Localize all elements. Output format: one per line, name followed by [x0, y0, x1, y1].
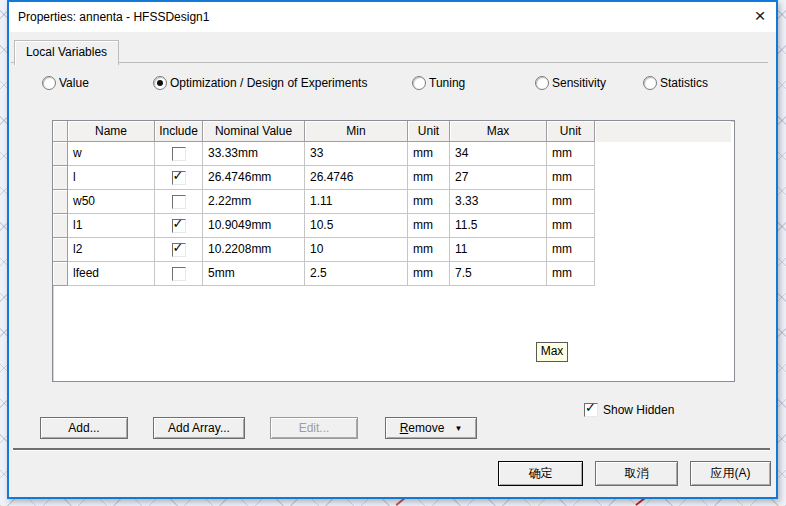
- row-selector[interactable]: [53, 166, 68, 190]
- show-hidden-label: Show Hidden: [603, 402, 674, 418]
- table-header-row: Name Include Nominal Value Min Unit Max …: [53, 121, 734, 142]
- cell-name[interactable]: w: [68, 142, 155, 166]
- cell-max[interactable]: 3.33: [450, 190, 547, 214]
- table-row[interactable]: l ✓ 26.4746mm 26.4746 mm 27 mm: [53, 166, 595, 190]
- radio-label: Statistics: [660, 75, 708, 91]
- apply-button[interactable]: 应用(A): [690, 461, 771, 486]
- cell-min[interactable]: 1.11: [305, 190, 408, 214]
- cell-unit-max[interactable]: mm: [547, 262, 595, 286]
- cell-unit-max[interactable]: mm: [547, 166, 595, 190]
- check-icon: ✓: [585, 401, 596, 415]
- row-selector[interactable]: [53, 142, 68, 166]
- cell-min[interactable]: 2.5: [305, 262, 408, 286]
- cell-unit-min[interactable]: mm: [408, 142, 450, 166]
- row-selector[interactable]: [53, 262, 68, 286]
- cell-unit-min[interactable]: mm: [408, 262, 450, 286]
- remove-label-rest: emove: [408, 421, 444, 435]
- cell-unit-min[interactable]: mm: [408, 166, 450, 190]
- table-body: w 33.33mm 33 mm 34 mm l ✓ 26.4746mm 26.4…: [53, 142, 734, 286]
- radio-label: Value: [59, 75, 89, 91]
- include-checkbox[interactable]: ✓: [172, 219, 186, 233]
- cell-max[interactable]: 27: [450, 166, 547, 190]
- cell-unit-min[interactable]: mm: [408, 238, 450, 262]
- table-row[interactable]: l1 ✓ 10.9049mm 10.5 mm 11.5 mm: [53, 214, 595, 238]
- cell-unit-max[interactable]: mm: [547, 142, 595, 166]
- properties-dialog: Properties: annenta - HFSSDesign1 × Loca…: [7, 0, 778, 499]
- cell-include: ✓: [155, 214, 203, 238]
- row-selector[interactable]: [53, 238, 68, 262]
- cell-nominal-value[interactable]: 5mm: [203, 262, 305, 286]
- include-checkbox[interactable]: [172, 267, 186, 281]
- include-checkbox[interactable]: ✓: [172, 171, 186, 185]
- column-header-unit-min[interactable]: Unit: [408, 121, 450, 142]
- cell-nominal-value[interactable]: 10.2208mm: [203, 238, 305, 262]
- cell-max[interactable]: 11: [450, 238, 547, 262]
- cell-max[interactable]: 11.5: [450, 214, 547, 238]
- close-icon[interactable]: ×: [748, 4, 772, 28]
- cell-name[interactable]: l: [68, 166, 155, 190]
- checkbox-icon[interactable]: ✓: [584, 403, 598, 417]
- include-checkbox[interactable]: [172, 195, 186, 209]
- column-header-name[interactable]: Name: [68, 121, 155, 142]
- table-row[interactable]: w 33.33mm 33 mm 34 mm: [53, 142, 595, 166]
- edit-button: Edit...: [270, 417, 358, 439]
- cell-nominal-value[interactable]: 26.4746mm: [203, 166, 305, 190]
- row-selector[interactable]: [53, 190, 68, 214]
- cell-include: [155, 190, 203, 214]
- ok-button[interactable]: 确定: [498, 461, 583, 486]
- cell-unit-max[interactable]: mm: [547, 238, 595, 262]
- dropdown-arrow-icon[interactable]: ▼: [454, 424, 462, 433]
- column-header-nominal-value[interactable]: Nominal Value: [203, 121, 305, 142]
- radio-label: Sensitivity: [552, 75, 606, 91]
- title-bar[interactable]: Properties: annenta - HFSSDesign1 ×: [9, 2, 776, 32]
- cell-unit-min[interactable]: mm: [408, 214, 450, 238]
- cancel-button[interactable]: 取消: [595, 461, 678, 486]
- check-icon: ✓: [173, 217, 184, 231]
- column-header-filler: [595, 121, 731, 142]
- table-row[interactable]: w50 2.22mm 1.11 mm 3.33 mm: [53, 190, 595, 214]
- window-title: Properties: annenta - HFSSDesign1: [18, 2, 209, 32]
- column-header-max[interactable]: Max: [450, 121, 547, 142]
- radio-icon[interactable]: [535, 76, 549, 90]
- column-header-min[interactable]: Min: [305, 121, 408, 142]
- table-row[interactable]: lfeed 5mm 2.5 mm 7.5 mm: [53, 262, 595, 286]
- table-row[interactable]: l2 ✓ 10.2208mm 10 mm 11 mm: [53, 238, 595, 262]
- include-checkbox[interactable]: [172, 147, 186, 161]
- add-array-button[interactable]: Add Array...: [153, 417, 245, 439]
- tooltip-max: Max: [536, 342, 568, 362]
- cell-include: ✓: [155, 166, 203, 190]
- cell-min[interactable]: 10: [305, 238, 408, 262]
- radio-icon[interactable]: [412, 76, 426, 90]
- cell-max[interactable]: 7.5: [450, 262, 547, 286]
- cell-unit-min[interactable]: mm: [408, 190, 450, 214]
- radio-icon[interactable]: [643, 76, 657, 90]
- variables-table: Name Include Nominal Value Min Unit Max …: [52, 120, 735, 382]
- cell-include: ✓: [155, 238, 203, 262]
- cell-nominal-value[interactable]: 10.9049mm: [203, 214, 305, 238]
- column-header-unit-max[interactable]: Unit: [547, 121, 595, 142]
- tab-local-variables[interactable]: Local Variables: [14, 40, 119, 65]
- cell-min[interactable]: 33: [305, 142, 408, 166]
- cell-max[interactable]: 34: [450, 142, 547, 166]
- cell-name[interactable]: lfeed: [68, 262, 155, 286]
- check-icon: ✓: [173, 169, 184, 183]
- add-button[interactable]: Add...: [40, 417, 128, 439]
- radio-icon[interactable]: [42, 76, 56, 90]
- separator-groove: [13, 448, 770, 450]
- cell-min[interactable]: 26.4746: [305, 166, 408, 190]
- cell-name[interactable]: l2: [68, 238, 155, 262]
- cell-name[interactable]: l1: [68, 214, 155, 238]
- include-checkbox[interactable]: ✓: [172, 243, 186, 257]
- radio-label: Optimization / Design of Experiments: [170, 75, 367, 91]
- row-selector[interactable]: [53, 214, 68, 238]
- remove-button[interactable]: Remove▼: [385, 417, 477, 439]
- radio-icon[interactable]: [153, 76, 167, 90]
- cell-name[interactable]: w50: [68, 190, 155, 214]
- cell-unit-max[interactable]: mm: [547, 190, 595, 214]
- cell-unit-max[interactable]: mm: [547, 214, 595, 238]
- cell-nominal-value[interactable]: 33.33mm: [203, 142, 305, 166]
- column-header-include[interactable]: Include: [155, 121, 203, 142]
- cell-nominal-value[interactable]: 2.22mm: [203, 190, 305, 214]
- column-header-rowselector[interactable]: [53, 121, 68, 142]
- cell-min[interactable]: 10.5: [305, 214, 408, 238]
